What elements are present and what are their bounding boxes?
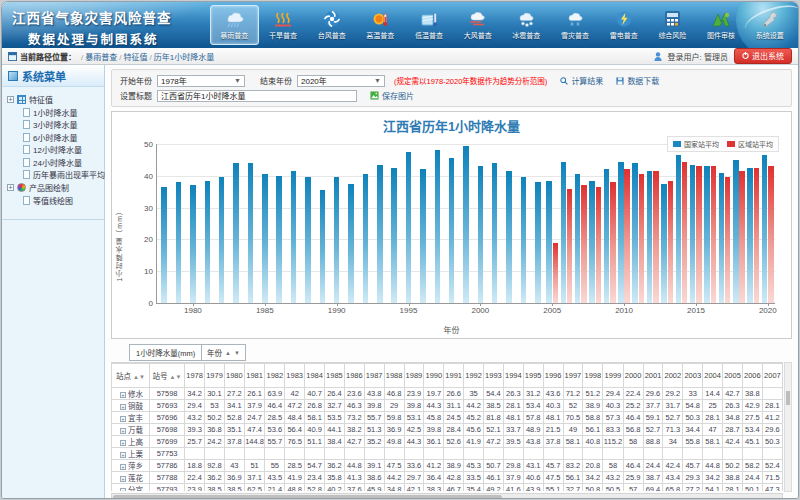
breadcrumb-segment[interactable]: 特征值 [123,53,147,62]
column-header-year-2004[interactable]: 2004 [703,364,723,388]
table-row[interactable]: +萍乡5778618.892.843515528.554.736.244.839… [112,460,783,472]
column-header-year-2006[interactable]: 2006 [742,364,762,388]
column-header-year-1982[interactable]: 1982 [265,364,285,388]
sidebar-item-1小时降水量[interactable]: 1小时降水量 [7,106,101,119]
nav-item-composite-risk[interactable]: 综合风险 [648,5,697,45]
table-row[interactable]: +铜鼓5769329.45334.137.946.447.226.832.746… [112,400,783,412]
tree-expander-icon[interactable]: + [7,184,14,191]
vertical-scrollbar[interactable] [784,362,792,492]
station-name-cell[interactable]: +万载 [112,424,150,436]
station-name-cell[interactable]: +宜丰 [112,412,150,424]
column-header-year-2005[interactable]: 2005 [723,364,743,388]
save-image-button[interactable]: 保存图片 [370,90,414,101]
year-filter-dropdown[interactable]: 年份 ▲ ▼ [201,344,246,361]
sidebar-item-历年暴雨出现率平均雨量[interactable]: 历年暴雨出现率平均雨量 [7,169,101,182]
row-expander-icon[interactable]: + [120,392,126,398]
column-header-year-1978[interactable]: 1978 [185,364,205,388]
column-header-year-1993[interactable]: 1993 [484,364,504,388]
column-header-year-1999[interactable]: 1999 [603,364,623,388]
breadcrumb-segment[interactable]: 历年1小时降水量 [154,53,214,62]
column-header-year-1987[interactable]: 1987 [364,364,384,388]
column-header-year-1988[interactable]: 1988 [384,364,404,388]
table-row[interactable]: +分宜5779323.938.538.562.521.448.852.840.2… [112,484,783,492]
sidebar-group-2[interactable]: +产品图绘制 [7,181,101,194]
column-header-year-2003[interactable]: 2003 [683,364,703,388]
tree-expander-icon[interactable]: + [7,96,14,103]
row-expander-icon[interactable]: + [120,488,126,491]
column-header-year-1980[interactable]: 1980 [224,364,244,388]
column-header-year-1991[interactable]: 1991 [444,364,464,388]
column-header-year-1995[interactable]: 1995 [523,364,543,388]
start-year-select[interactable]: 1978年▼ [157,75,245,87]
row-expander-icon[interactable]: + [120,428,126,434]
column-header-year-1981[interactable]: 1981 [244,364,265,388]
table-row[interactable]: +宜丰5769643.250.252.824.728.548.458.153.5… [112,412,783,424]
station-name-cell[interactable]: +莲花 [112,472,150,484]
column-header-year-1983[interactable]: 1983 [285,364,305,388]
column-header-year-2001[interactable]: 2001 [643,364,663,388]
nav-item-hail[interactable]: 冰雹普查 [502,5,551,45]
vscroll-thumb[interactable] [786,391,790,405]
nav-item-lightning[interactable]: 雷电普查 [599,5,648,45]
sort-icons[interactable]: ▲▼ [133,374,145,380]
row-expander-icon[interactable]: + [120,476,126,482]
nav-item-high-temp[interactable]: 高温普查 [356,5,405,45]
nav-item-drought[interactable]: 干旱普查 [259,5,308,45]
table-row[interactable]: +上栗57753 [112,448,783,460]
table-row[interactable]: +上高5769925.724.237.8144.855.776.551.138.… [112,436,783,448]
sort-icons[interactable]: ▲▼ [170,374,182,380]
table-row[interactable]: +修水5759834.230.127.226.163.94240.726.423… [112,388,783,400]
horizontal-scrollbar[interactable] [111,493,783,498]
end-year-select[interactable]: 2020年▼ [297,75,385,87]
column-header-year-2007[interactable]: 2007 [762,364,782,388]
chart-title-input[interactable] [157,90,357,102]
station-name-cell[interactable]: +铜鼓 [112,400,150,412]
column-header-year-2000[interactable]: 2000 [623,364,643,388]
column-header-year-1997[interactable]: 1997 [563,364,583,388]
nav-item-gale[interactable]: 大风普查 [453,5,502,45]
hscroll-thumb[interactable] [113,495,502,498]
station-name-cell[interactable]: +萍乡 [112,460,150,472]
nav-item-low-temp[interactable]: 低温普查 [405,5,454,45]
station-name-cell[interactable]: +上高 [112,436,150,448]
logout-button[interactable]: 退出系统 [734,48,792,64]
sidebar-item-3小时降水量[interactable]: 3小时降水量 [7,119,101,132]
nav-item-system-settings[interactable]: 系统设置 [745,5,794,45]
row-expander-icon[interactable]: + [120,416,126,422]
column-header-year-2002[interactable]: 2002 [663,364,683,388]
nav-item-rainstorm[interactable]: 暴雨普查 [210,5,259,45]
column-header-year-1998[interactable]: 1998 [583,364,603,388]
nav-item-map-review[interactable]: 图件审核 [697,5,746,45]
table-scroll-area[interactable]: 站点▲▼站号▲▼19781979198019811982198319841985… [111,362,783,491]
column-header-year-1990[interactable]: 1990 [424,364,444,388]
unit-button[interactable]: 1小时降水量(mm) [129,344,202,361]
column-header-year-1996[interactable]: 1996 [543,364,563,388]
sidebar-group-1[interactable]: +特征值 [7,93,101,106]
download-button[interactable]: 数据下载 [616,75,659,86]
station-name-cell[interactable]: +修水 [112,388,150,400]
column-header-year-1985[interactable]: 1985 [325,364,345,388]
sidebar-item-等值线绘图[interactable]: 等值线绘图 [7,194,101,207]
breadcrumb-segment[interactable]: 暴雨普查 [85,53,117,62]
sidebar-item-6小时降水量[interactable]: 6小时降水量 [7,131,101,144]
station-name-cell[interactable]: +上栗 [112,448,150,460]
table-row[interactable]: +莲花5778822.436.236.937.143.541.923.435.8… [112,472,783,484]
row-expander-icon[interactable]: + [120,464,126,470]
nav-item-snow[interactable]: 雪灾普查 [551,5,600,45]
station-name-cell[interactable]: +分宜 [112,484,150,492]
row-expander-icon[interactable]: + [120,404,126,410]
sidebar-item-12小时降水量[interactable]: 12小时降水量 [7,144,101,157]
column-header-station[interactable]: 站点▲▼ [112,364,150,388]
column-header-year-1984[interactable]: 1984 [305,364,325,388]
row-expander-icon[interactable]: + [120,452,126,458]
nav-item-typhoon[interactable]: 台风普查 [307,5,356,45]
column-header-year-1979[interactable]: 1979 [205,364,225,388]
sidebar-item-24小时降水量[interactable]: 24小时降水量 [7,156,101,169]
column-header-year-1992[interactable]: 1992 [464,364,484,388]
calculate-button[interactable]: 计算结果 [560,75,603,86]
column-header-station-id[interactable]: 站号▲▼ [149,364,184,388]
column-header-year-1994[interactable]: 1994 [503,364,523,388]
column-header-year-1989[interactable]: 1989 [404,364,424,388]
column-header-year-1986[interactable]: 1986 [344,364,364,388]
row-expander-icon[interactable]: + [120,440,126,446]
